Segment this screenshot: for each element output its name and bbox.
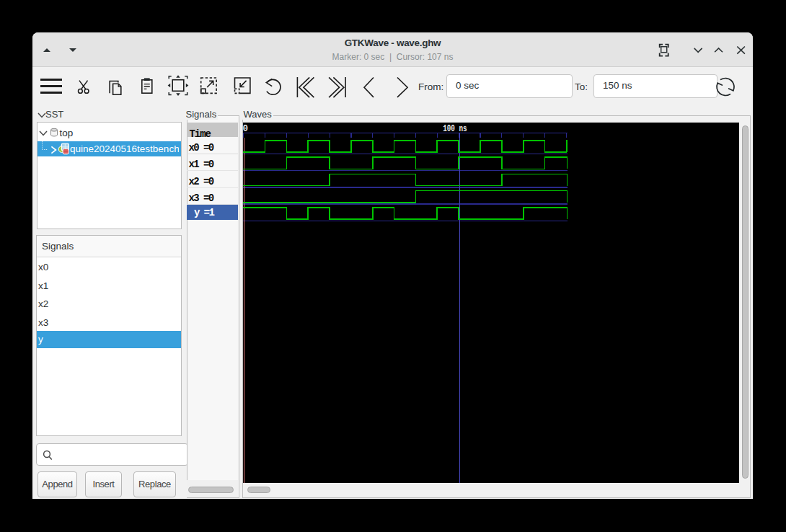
svg-text:100 ns: 100 ns — [443, 123, 467, 134]
svg-text:0: 0 — [243, 123, 248, 134]
